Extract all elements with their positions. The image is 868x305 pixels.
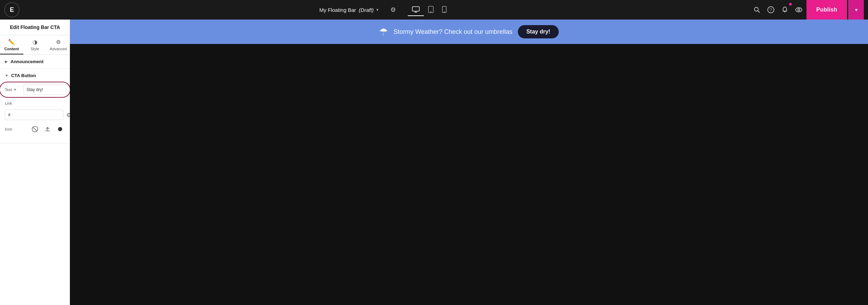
sidebar-header: Edit Floating Bar CTA	[0, 20, 70, 35]
text-field-row: Text ✦	[5, 84, 65, 95]
text-field-label: Text ✦	[5, 87, 21, 92]
notifications-icon[interactable]	[779, 3, 791, 16]
announcement-section: ▶ Announcement	[0, 55, 70, 69]
tab-style[interactable]: ◑ Style	[23, 35, 47, 54]
bar-announcement-text: Stormy Weather? Check out our umbrellas	[393, 28, 512, 36]
ai-sparkle-icon[interactable]: ✦	[13, 87, 17, 92]
link-field-row: Link	[5, 101, 65, 105]
top-bar-center: My Floating Bar (Draft) ▾ ⚙	[22, 3, 748, 16]
bar-cta-button[interactable]: Stay dry!	[518, 25, 558, 38]
announcement-label: Announcement	[10, 59, 44, 64]
icon-color-dot[interactable]	[55, 124, 65, 134]
svg-rect-0	[412, 7, 419, 11]
icon-no-icon[interactable]	[30, 124, 40, 134]
sidebar-tabs: ✏️ Content ◑ Style ⚙ Advanced	[0, 35, 70, 55]
search-icon[interactable]	[751, 3, 763, 16]
publish-dropdown-button[interactable]: ▾	[848, 0, 864, 20]
style-tab-icon: ◑	[32, 39, 37, 45]
cta-collapse-icon: ▼	[5, 74, 8, 77]
top-bar: E My Floating Bar (Draft) ▾ ⚙	[0, 0, 868, 20]
preview-area: ☂ Stormy Weather? Check out our umbrella…	[70, 20, 868, 305]
tab-content[interactable]: ✏️ Content	[0, 35, 23, 54]
elementor-logo[interactable]: E	[4, 2, 20, 17]
device-switcher	[408, 3, 451, 16]
svg-line-23	[33, 127, 37, 131]
settings-icon[interactable]: ⚙	[387, 3, 399, 16]
help-icon[interactable]: ?	[765, 3, 777, 16]
advanced-tab-icon: ⚙	[56, 39, 61, 45]
cta-button-section: ▼ CTA Button Text ✦	[0, 69, 70, 143]
notification-dot	[789, 3, 792, 6]
page-title-area[interactable]: My Floating Bar (Draft) ▾	[319, 7, 379, 13]
svg-point-24	[58, 127, 62, 131]
tablet-view-button[interactable]	[424, 3, 438, 16]
draft-label: (Draft)	[359, 7, 374, 13]
icon-field-row: Icon	[5, 124, 65, 134]
publish-button[interactable]: Publish	[806, 0, 847, 20]
page-title: My Floating Bar	[319, 7, 356, 13]
svg-point-7	[754, 7, 758, 11]
sidebar: Edit Floating Bar CTA ✏️ Content ◑ Style…	[0, 20, 70, 305]
sidebar-content: ▶ Announcement ▼ CTA Button Text	[0, 55, 70, 305]
text-field-wrapper: Text ✦	[5, 84, 65, 95]
advanced-tab-label: Advanced	[50, 47, 67, 51]
announcement-section-header[interactable]: ▶ Announcement	[0, 55, 70, 68]
svg-point-4	[431, 12, 432, 12]
main-layout: Edit Floating Bar CTA ✏️ Content ◑ Style…	[0, 20, 868, 305]
svg-text:?: ?	[770, 8, 772, 13]
title-chevron-icon: ▾	[376, 7, 378, 12]
svg-point-6	[444, 12, 445, 13]
announcement-collapse-icon: ▶	[5, 60, 8, 64]
link-settings-icon[interactable]: ⚙	[66, 110, 70, 120]
link-field-label: Link	[5, 101, 21, 105]
content-tab-icon: ✏️	[8, 39, 15, 45]
cta-button-label: CTA Button	[11, 73, 36, 78]
svg-point-12	[796, 8, 802, 12]
svg-point-13	[798, 9, 800, 11]
floating-bar: ☂ Stormy Weather? Check out our umbrella…	[70, 20, 868, 44]
mobile-view-button[interactable]	[438, 3, 451, 16]
icon-upload-icon[interactable]	[43, 124, 52, 134]
cta-text-input[interactable]	[23, 84, 70, 95]
style-tab-label: Style	[31, 47, 39, 51]
cta-button-body: Text ✦	[0, 82, 70, 143]
content-tab-label: Content	[5, 47, 19, 51]
tab-advanced[interactable]: ⚙ Advanced	[46, 35, 70, 54]
preview-canvas	[70, 44, 868, 305]
top-bar-right: ? Publish ▾	[751, 0, 864, 20]
desktop-view-button[interactable]	[408, 3, 424, 15]
link-input-row: ⚙	[5, 110, 65, 120]
link-input[interactable]	[5, 110, 64, 120]
icon-field-label: Icon	[5, 127, 21, 131]
umbrella-icon: ☂	[379, 26, 388, 38]
preview-icon[interactable]	[793, 3, 805, 16]
svg-line-8	[758, 11, 760, 13]
cta-button-section-header[interactable]: ▼ CTA Button	[0, 69, 70, 82]
